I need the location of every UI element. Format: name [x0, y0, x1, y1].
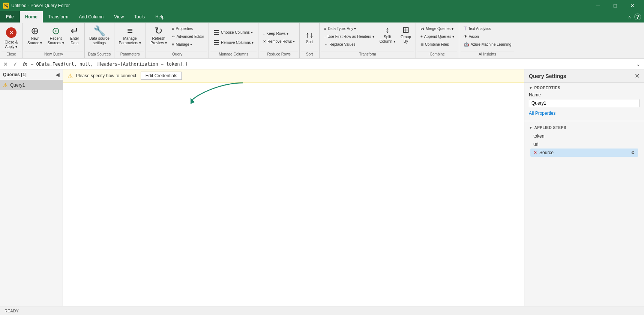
name-label: Name — [529, 92, 639, 98]
remove-columns-button[interactable]: ☰ Remove Columns ▾ — [211, 38, 256, 48]
combine-files-button[interactable]: ⊞ Combine Files — [418, 40, 456, 48]
ribbon-group-sort: ↑↓ Sort Sort — [300, 23, 320, 58]
advanced-editor-button[interactable]: ✏ Advanced Editor — [170, 33, 206, 40]
refresh-preview-button[interactable]: ↻ RefreshPreview ▾ — [148, 25, 169, 46]
ribbon-group-sort-label: Sort — [301, 51, 318, 57]
append-queries-button[interactable]: + Append Queries ▾ — [418, 33, 456, 40]
choose-columns-button[interactable]: ☰ Choose Columns ▾ — [211, 28, 256, 38]
minimize-button[interactable]: ─ — [589, 0, 606, 11]
tab-file[interactable]: File — [0, 11, 20, 22]
properties-button[interactable]: ≡ Properties — [170, 25, 206, 32]
status-bar: READY — [0, 306, 644, 315]
ribbon-group-data-sources-label: Data Sources — [86, 51, 113, 57]
ribbon-group-reduce-rows: ↓ Keep Rows ▾ ✕ Remove Rows ▾ Reduce Row… — [258, 23, 300, 58]
sort-button[interactable]: ↑↓ Sort — [302, 30, 317, 45]
content-area: ⚠ Please specify how to connect. Edit Cr… — [63, 69, 524, 309]
close-window-button[interactable]: ✕ — [624, 0, 641, 11]
enter-data-button[interactable]: ↵ EnterData — [67, 25, 82, 46]
data-source-settings-button[interactable]: 🔧 Data sourcesettings — [87, 25, 112, 46]
properties-collapse-icon[interactable]: ▼ — [529, 86, 533, 90]
vision-button[interactable]: 👁 Vision — [461, 33, 513, 40]
query-settings-close-button[interactable]: ✕ — [635, 72, 639, 80]
ribbon-group-close: ✕ Close &Apply ▾ Close — [0, 23, 23, 58]
tab-view[interactable]: View — [109, 11, 129, 22]
formula-cancel-button[interactable]: ✕ — [2, 60, 10, 68]
formula-confirm-button[interactable]: ✓ — [11, 60, 20, 68]
help-icon[interactable]: ? — [634, 14, 641, 20]
sidebar-collapse-button[interactable]: ◀ — [56, 72, 60, 78]
applied-steps-label: APPLIED STEPS — [534, 126, 566, 130]
group-by-button[interactable]: ⊞ GroupBy — [398, 25, 413, 45]
formula-fx-button[interactable]: fx — [21, 60, 29, 68]
data-type-button[interactable]: ≡ Data Type: Any ▾ — [322, 25, 376, 32]
recent-sources-button[interactable]: ⊙ RecentSources ▾ — [45, 25, 66, 46]
ribbon-group-new-query-label: New Query — [24, 51, 83, 57]
manage-button[interactable]: ≡ Manage ▾ — [170, 40, 206, 48]
properties-section-header: ▼ PROPERTIES — [529, 86, 639, 90]
replace-values-button[interactable]: ↔ Replace Values — [322, 40, 376, 48]
group-by-icon: ⊞ — [402, 26, 409, 34]
query-settings-header: Query Settings ✕ — [524, 69, 644, 83]
ribbon-group-ai-insights: T Text Analytics 👁 Vision 🤖 Azure Machin… — [459, 23, 516, 58]
tab-tools[interactable]: Tools — [129, 11, 150, 22]
split-column-button[interactable]: ↕ SplitColumn ▾ — [377, 25, 398, 45]
all-properties-link[interactable]: All Properties — [529, 111, 555, 116]
use-first-row-button[interactable]: ↑ Use First Row as Headers ▾ — [322, 33, 376, 40]
step-source-settings-icon[interactable]: ⚙ — [631, 150, 635, 155]
sidebar-title: Queries [1] — [3, 72, 27, 77]
query-settings-title: Query Settings — [529, 73, 566, 79]
sidebar-item-query1[interactable]: ⚠ Query1 — [0, 80, 63, 90]
ribbon-group-manage-columns: ☰ Choose Columns ▾ ☰ Remove Columns ▾ Ma… — [209, 23, 258, 58]
annotation-arrow — [191, 79, 303, 109]
append-queries-icon: + — [420, 34, 423, 39]
tab-help[interactable]: Help — [150, 11, 170, 22]
merge-queries-icon: ⋈ — [420, 27, 424, 31]
query-name-input[interactable] — [529, 99, 639, 107]
remove-rows-icon: ✕ — [263, 39, 266, 44]
maximize-button[interactable]: □ — [606, 0, 624, 11]
new-source-button[interactable]: ⊕ NewSource ▾ — [25, 25, 44, 46]
warning-bar: ⚠ Please specify how to connect. Edit Cr… — [63, 69, 524, 82]
ribbon-group-new-query: ⊕ NewSource ▾ ⊙ RecentSources ▾ ↵ EnterD… — [23, 23, 85, 58]
ribbon-group-close-label: Close — [2, 51, 21, 57]
query-warning-icon: ⚠ — [3, 82, 8, 88]
step-token[interactable]: token — [530, 132, 638, 140]
warning-bar-icon: ⚠ — [68, 72, 73, 80]
formula-expand-button[interactable]: ⌄ — [634, 60, 642, 68]
steps-list: token url ✕ Source ⚙ — [529, 132, 639, 157]
split-column-icon: ↕ — [385, 26, 389, 34]
use-first-row-icon: ↑ — [324, 34, 326, 39]
ribbon-group-combine: ⋈ Merge Queries ▾ + Append Queries ▾ ⊞ C… — [416, 23, 459, 58]
query-settings-panel: Query Settings ✕ ▼ PROPERTIES Name All P… — [524, 69, 644, 309]
applied-steps-collapse-icon[interactable]: ▼ — [529, 126, 533, 130]
step-url[interactable]: url — [530, 140, 638, 148]
tab-home[interactable]: Home — [20, 11, 43, 22]
properties-section: ▼ PROPERTIES Name All Properties — [524, 83, 644, 119]
step-source-label: Source — [539, 150, 554, 155]
edit-credentials-button[interactable]: Edit Credentials — [141, 72, 182, 80]
ribbon-group-reduce-rows-label: Reduce Rows — [260, 51, 298, 57]
keep-rows-button[interactable]: ↓ Keep Rows ▾ — [261, 30, 297, 38]
properties-label: PROPERTIES — [534, 86, 560, 90]
tab-transform[interactable]: Transform — [43, 11, 74, 22]
remove-rows-button[interactable]: ✕ Remove Rows ▾ — [261, 38, 297, 45]
formula-input[interactable] — [31, 62, 633, 67]
merge-queries-button[interactable]: ⋈ Merge Queries ▾ — [418, 25, 456, 32]
step-source[interactable]: ✕ Source ⚙ — [530, 148, 638, 157]
manage-parameters-button[interactable]: ≡ ManageParameters ▾ — [117, 25, 143, 46]
tab-add-column[interactable]: Add Column — [74, 11, 109, 22]
ribbon-group-manage-columns-label: Manage Columns — [210, 51, 257, 57]
ribbon: ✕ Close &Apply ▾ Close ⊕ NewSource ▾ ⊙ R… — [0, 22, 644, 59]
ribbon-group-data-sources: 🔧 Data sourcesettings Data Sources — [85, 23, 114, 58]
text-analytics-button[interactable]: T Text Analytics — [461, 25, 513, 32]
step-source-delete-icon[interactable]: ✕ — [533, 150, 537, 155]
refresh-preview-icon: ↻ — [155, 26, 163, 36]
step-token-label: token — [533, 134, 544, 139]
manage-icon: ≡ — [172, 42, 174, 46]
ribbon-group-query: ↻ RefreshPreview ▾ ≡ Properties ✏ Advanc… — [146, 23, 209, 58]
replace-values-icon: ↔ — [324, 42, 328, 46]
close-apply-button[interactable]: ✕ Close &Apply ▾ — [2, 25, 20, 50]
ribbon-collapse-btn[interactable]: ∧ — [628, 14, 631, 20]
new-source-icon: ⊕ — [31, 26, 39, 36]
azure-ml-button[interactable]: 🤖 Azure Machine Learning — [461, 40, 513, 48]
